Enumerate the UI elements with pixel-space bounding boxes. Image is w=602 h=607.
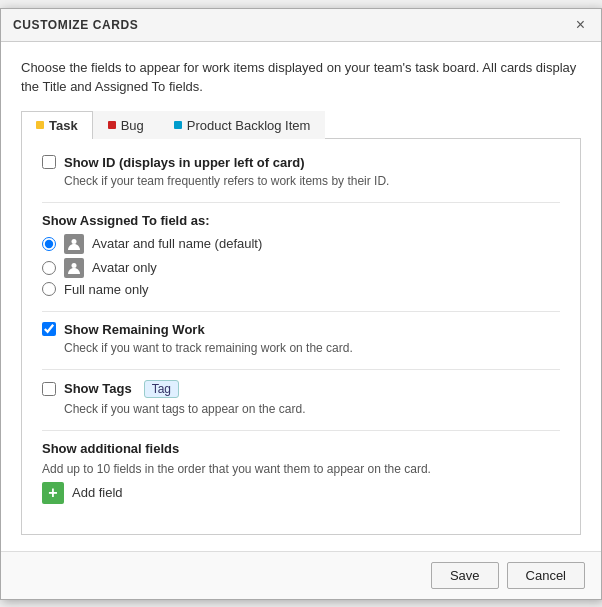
add-field-icon: + <box>42 482 64 504</box>
radio-full-name-label[interactable]: Full name only <box>64 282 149 297</box>
show-id-row: Show ID (displays in upper left of card) <box>42 155 560 170</box>
tab-pbi[interactable]: Product Backlog Item <box>159 111 326 139</box>
show-remaining-row: Show Remaining Work <box>42 322 560 337</box>
show-tags-hint: Check if you want tags to appear on the … <box>64 402 560 416</box>
show-remaining-label[interactable]: Show Remaining Work <box>64 322 205 337</box>
show-id-section: Show ID (displays in upper left of card)… <box>42 155 560 188</box>
divider-2 <box>42 311 560 312</box>
show-tags-section: Show Tags Tag Check if you want tags to … <box>42 380 560 416</box>
radio-avatar-full[interactable] <box>42 237 56 251</box>
show-remaining-hint: Check if you want to track remaining wor… <box>64 341 560 355</box>
bug-tab-dot <box>108 121 116 129</box>
additional-fields-hint: Add up to 10 fields in the order that yo… <box>42 462 560 476</box>
radio-avatar-full-label[interactable]: Avatar and full name (default) <box>92 236 262 251</box>
tab-task-label: Task <box>49 118 78 133</box>
add-field-button[interactable]: + Add field <box>42 482 123 504</box>
tag-badge: Tag <box>144 380 179 398</box>
show-id-checkbox[interactable] <box>42 155 56 169</box>
additional-fields-section: Show additional fields Add up to 10 fiel… <box>42 441 560 504</box>
dialog-footer: Save Cancel <box>1 551 601 599</box>
radio-avatar-only-row: Avatar only <box>42 258 560 278</box>
show-remaining-section: Show Remaining Work Check if you want to… <box>42 322 560 355</box>
divider-1 <box>42 202 560 203</box>
tabs-container: Task Bug Product Backlog Item <box>21 111 581 139</box>
divider-4 <box>42 430 560 431</box>
tab-pbi-label: Product Backlog Item <box>187 118 311 133</box>
content-area: Show ID (displays in upper left of card)… <box>21 139 581 535</box>
tab-bug-label: Bug <box>121 118 144 133</box>
dialog-titlebar: CUSTOMIZE CARDS × <box>1 9 601 42</box>
avatar-svg <box>67 237 81 251</box>
svg-point-1 <box>72 263 77 268</box>
avatar-only-icon <box>64 258 84 278</box>
customize-cards-dialog: CUSTOMIZE CARDS × Choose the fields to a… <box>0 8 602 600</box>
assigned-to-radio-group: Avatar and full name (default) Avatar on… <box>42 234 560 297</box>
show-id-label[interactable]: Show ID (displays in upper left of card) <box>64 155 305 170</box>
svg-point-0 <box>72 239 77 244</box>
radio-full-name[interactable] <box>42 282 56 296</box>
dialog-body: Choose the fields to appear for work ite… <box>1 42 601 551</box>
avatar-full-icon <box>64 234 84 254</box>
avatar-only-svg <box>67 261 81 275</box>
show-tags-checkbox[interactable] <box>42 382 56 396</box>
additional-fields-heading: Show additional fields <box>42 441 560 456</box>
show-remaining-checkbox[interactable] <box>42 322 56 336</box>
task-tab-dot <box>36 121 44 129</box>
assigned-to-heading: Show Assigned To field as: <box>42 213 560 228</box>
description-text: Choose the fields to appear for work ite… <box>21 58 581 97</box>
tab-bug[interactable]: Bug <box>93 111 159 139</box>
radio-avatar-only[interactable] <box>42 261 56 275</box>
show-id-hint: Check if your team frequently refers to … <box>64 174 560 188</box>
show-tags-label[interactable]: Show Tags <box>64 381 132 396</box>
radio-full-name-row: Full name only <box>42 282 560 297</box>
dialog-title: CUSTOMIZE CARDS <box>13 18 138 32</box>
save-button[interactable]: Save <box>431 562 499 589</box>
assigned-to-section: Show Assigned To field as: Avatar and fu… <box>42 213 560 297</box>
add-field-label: Add field <box>72 485 123 500</box>
radio-avatar-full-row: Avatar and full name (default) <box>42 234 560 254</box>
pbi-tab-dot <box>174 121 182 129</box>
cancel-button[interactable]: Cancel <box>507 562 585 589</box>
tab-task[interactable]: Task <box>21 111 93 139</box>
close-button[interactable]: × <box>572 17 589 33</box>
radio-avatar-only-label[interactable]: Avatar only <box>92 260 157 275</box>
show-tags-row: Show Tags Tag <box>42 380 560 398</box>
divider-3 <box>42 369 560 370</box>
